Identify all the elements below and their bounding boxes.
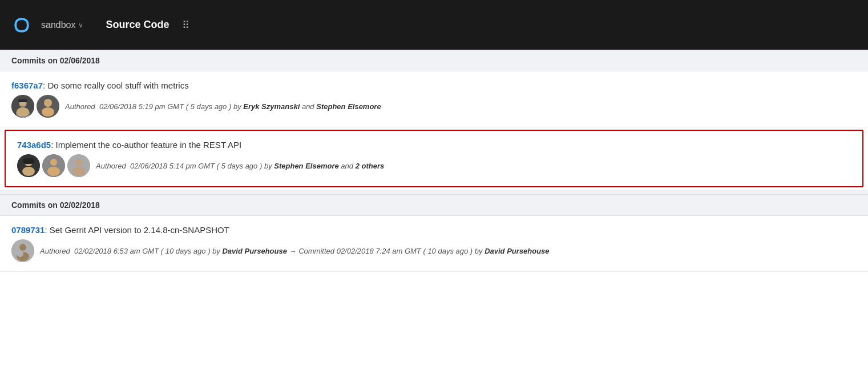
svg-point-8 (42, 107, 54, 117)
commit-item-2: 743a6d5: Implement the co-author feature… (5, 130, 863, 187)
avatar-1 (11, 95, 34, 118)
commit-2-author1: Stephen Elsemore (274, 162, 338, 170)
workspace-selector[interactable]: sandbox ∨ (41, 20, 83, 30)
svg-point-18 (75, 159, 82, 166)
page-title: Source Code (106, 19, 169, 31)
commit-3-committed-relative: ( 10 days ago ) (423, 247, 473, 255)
commit-1-date: 02/06/2018 5:19 pm GMT (99, 102, 184, 111)
commit-3-authored-label: Authored (40, 247, 70, 255)
commit-2-message: Implement the co-author feature in the R… (53, 140, 241, 150)
commit-2-authored-label: Authored (96, 162, 126, 170)
commit-1-and: and (302, 102, 314, 111)
commit-2-avatars (17, 154, 90, 177)
commit-3-meta: Authored 02/02/2018 6:53 am GMT ( 10 day… (11, 239, 857, 262)
commit-2-meta-text: Authored 02/06/2018 5:14 pm GMT ( 5 days… (96, 162, 384, 170)
commit-1-message: Do some really cool stuff with metrics (45, 81, 188, 90)
commit-2-hash-link[interactable]: 743a6d5 (17, 140, 51, 150)
commit-3-date: 02/02/2018 6:53 am GMT (74, 247, 159, 255)
commit-3-relative: ( 10 days ago ) (161, 247, 211, 255)
main-content: Commits on 02/06/2018 f6367a7: Do some r… (0, 50, 868, 272)
commit-3-arrow: → (289, 247, 297, 255)
section-spacer (0, 190, 868, 194)
commit-1-hash-link[interactable]: f6367a7 (11, 81, 43, 90)
commit-1-authored-label: Authored (65, 102, 95, 111)
commit-3-by: by (212, 247, 220, 255)
grid-icon[interactable]: ⠿ (182, 19, 191, 31)
svg-rect-5 (18, 99, 27, 102)
svg-point-21 (19, 244, 26, 251)
commit-2-by: by (264, 162, 272, 170)
commit-3-committed-by: by (475, 247, 483, 255)
section-header-2: Commits on 02/02/2018 (0, 194, 868, 216)
svg-point-9 (45, 99, 51, 106)
avatar-3 (17, 154, 40, 177)
avatar-4 (42, 154, 65, 177)
commit-2-title: 743a6d5: Implement the co-author feature… (17, 140, 851, 150)
svg-point-12 (22, 167, 35, 176)
section-2-date-label: Commits on 02/02/2018 (11, 200, 100, 210)
commit-3-avatars (11, 239, 34, 262)
commit-3-committed-label: Committed (298, 247, 334, 255)
avatar-2 (37, 95, 59, 118)
commit-3-committed-date: 02/02/2018 7:24 am GMT (337, 247, 421, 255)
avatar-5 (67, 154, 90, 177)
svg-rect-13 (23, 158, 34, 164)
commit-1-author2: Stephen Elsemore (316, 102, 381, 111)
commit-3-message: Set Gerrit API version to 2.14.8-cn-SNAP… (47, 225, 229, 235)
commit-item-1: f6367a7: Do some really cool stuff with … (0, 71, 868, 127)
commit-1-title: f6367a7: Do some really cool stuff with … (11, 81, 857, 90)
commit-1-relative: ( 5 days ago ) (186, 102, 232, 111)
commit-2-and: and (341, 162, 353, 170)
commit-3-hash-link[interactable]: 0789731 (11, 225, 45, 235)
chevron-down-icon: ∨ (78, 21, 83, 29)
commit-2-date: 02/06/2018 5:14 pm GMT (130, 162, 215, 170)
section-header-1: Commits on 02/06/2018 (0, 50, 868, 71)
commit-3-committed-author: David Pursehouse (485, 247, 549, 255)
avatar-6 (11, 239, 34, 262)
commit-3-author1: David Pursehouse (222, 247, 286, 255)
svg-point-16 (47, 167, 60, 176)
workspace-label: sandbox (41, 20, 76, 30)
logo[interactable] (11, 15, 32, 35)
commit-item-3: 0789731: Set Gerrit API version to 2.14.… (0, 216, 868, 272)
commit-3-meta-text: Authored 02/02/2018 6:53 am GMT ( 10 day… (40, 247, 550, 255)
commit-2-meta: Authored 02/06/2018 5:14 pm GMT ( 5 days… (17, 154, 851, 177)
commit-1-meta-text: Authored 02/06/2018 5:19 pm GMT ( 5 days… (65, 102, 381, 111)
commit-1-author1: Eryk Szymanski (243, 102, 300, 111)
svg-point-23 (17, 250, 23, 257)
svg-point-4 (17, 107, 29, 117)
topbar: sandbox ∨ Source Code ⠿ (0, 0, 868, 50)
commit-1-by: by (233, 102, 241, 111)
commit-1-avatars (11, 95, 59, 118)
commit-3-title: 0789731: Set Gerrit API version to 2.14.… (11, 225, 857, 235)
commit-1-meta: Authored 02/06/2018 5:19 pm GMT ( 5 days… (11, 95, 857, 118)
commit-2-relative: ( 5 days ago ) (217, 162, 263, 170)
svg-point-19 (72, 167, 85, 176)
section-1-date-label: Commits on 02/06/2018 (11, 56, 100, 65)
svg-point-15 (50, 159, 57, 166)
commit-2-author2: 2 others (356, 162, 385, 170)
